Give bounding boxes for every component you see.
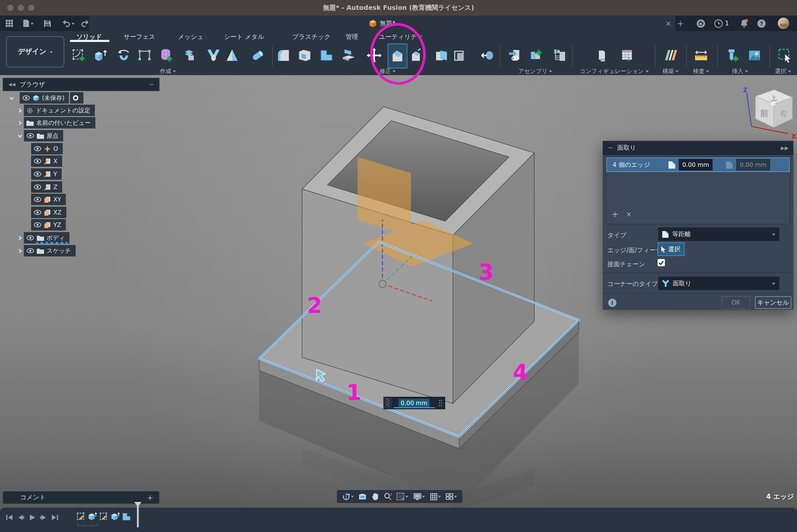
chevron-down-icon[interactable] xyxy=(7,96,16,100)
add-selection-icon[interactable]: + xyxy=(611,209,618,219)
tree-row-xz-plane[interactable]: XZ xyxy=(31,207,66,218)
fillet-icon[interactable] xyxy=(274,43,293,67)
eye-icon[interactable] xyxy=(26,133,34,138)
browser-collapse-icon[interactable]: ◀◀ xyxy=(8,82,16,87)
cone-icon[interactable] xyxy=(223,43,241,67)
form-icon[interactable] xyxy=(157,43,176,67)
eye-icon[interactable] xyxy=(34,146,41,151)
tree-row-xy-plane[interactable]: XY xyxy=(31,194,66,205)
distance1-input[interactable]: 0.00 mm xyxy=(679,159,712,170)
create-sketch-icon[interactable] xyxy=(70,43,88,67)
eye-icon[interactable] xyxy=(34,222,41,227)
timeline-step-back-button[interactable] xyxy=(16,513,25,521)
look-at-tool[interactable] xyxy=(359,493,367,500)
tab-mesh[interactable]: メッシュ xyxy=(178,32,203,41)
configuration-icon[interactable] xyxy=(594,43,613,67)
zoom-window-tool[interactable] xyxy=(397,493,409,500)
extrude-icon[interactable] xyxy=(91,43,110,67)
timeline-sketch2-feature[interactable] xyxy=(98,511,109,521)
select-tool-icon[interactable] xyxy=(776,43,794,67)
eye-icon[interactable] xyxy=(26,248,34,253)
tab-sheet-metal[interactable]: シート メタル xyxy=(224,32,264,41)
save-button[interactable] xyxy=(43,18,51,29)
pipe-icon[interactable] xyxy=(248,43,267,67)
eye-icon[interactable] xyxy=(34,185,41,190)
chevron-right-icon[interactable] xyxy=(16,120,24,125)
chamfer-dialog-header[interactable]: − 面取り ▶▶ xyxy=(603,141,793,155)
corner-type-dropdown[interactable]: 面取り xyxy=(657,276,780,291)
timeline-step-forward-button[interactable] xyxy=(39,513,48,521)
zoom-tool[interactable]: ± xyxy=(384,493,391,500)
group-insert[interactable]: 挿入 xyxy=(732,67,748,75)
dialog-collapse-icon[interactable]: − xyxy=(608,144,613,151)
group-modify[interactable]: 修正 xyxy=(379,67,396,75)
new-component-icon[interactable] xyxy=(527,43,546,67)
tree-row-bodies[interactable]: ボディ xyxy=(16,232,70,244)
profile-avatar[interactable] xyxy=(777,18,790,29)
tree-row-document[interactable]: (未保存) xyxy=(7,92,84,103)
group-construct[interactable]: 構築 xyxy=(663,67,679,75)
edge-set-row[interactable]: 4 個のエッジ 0.00 mm 0.00 mm xyxy=(606,157,790,172)
active-component-badge[interactable] xyxy=(70,92,84,103)
eye-icon[interactable] xyxy=(34,158,41,164)
press-pull-icon[interactable] xyxy=(478,43,497,67)
joint-hierarchy-icon[interactable] xyxy=(550,43,569,67)
edge-set-list[interactable]: 4 個のエッジ 0.00 mm 0.00 mm + × xyxy=(606,157,790,224)
tree-row-sketches[interactable]: スケッチ xyxy=(16,245,76,256)
app-menu-icon[interactable] xyxy=(5,18,14,29)
replace-face-icon[interactable] xyxy=(432,43,451,67)
chevron-right-icon[interactable] xyxy=(16,235,24,240)
split-face-icon[interactable] xyxy=(339,43,358,67)
tangent-chain-checkbox[interactable] xyxy=(657,259,665,266)
chevron-down-icon[interactable] xyxy=(16,133,24,138)
info-icon[interactable]: i xyxy=(608,298,617,307)
eye-icon[interactable] xyxy=(26,235,34,240)
document-tab[interactable]: 無題* xyxy=(89,16,675,31)
move-icon[interactable] xyxy=(365,43,384,67)
close-tab-icon[interactable]: × xyxy=(665,18,671,29)
chevron-right-icon[interactable] xyxy=(16,108,24,113)
notifications-icon[interactable] xyxy=(740,18,749,29)
browser-minimize-icon[interactable]: − xyxy=(149,81,154,88)
insert-fastener-icon[interactable] xyxy=(723,43,742,67)
timeline-play-button[interactable] xyxy=(27,513,37,521)
origin-point[interactable] xyxy=(379,280,386,287)
boolean-icon[interactable] xyxy=(181,43,200,67)
tab-surface[interactable]: サーフェス xyxy=(124,32,155,41)
floating-distance-input[interactable]: 0.00 mm xyxy=(384,397,445,409)
timeline-marker[interactable] xyxy=(134,501,142,530)
eye-icon[interactable] xyxy=(34,197,41,202)
input-options-icon[interactable] xyxy=(436,397,445,409)
group-create[interactable]: 作成 xyxy=(160,67,176,75)
chevron-right-icon[interactable] xyxy=(16,248,24,253)
rails-icon[interactable] xyxy=(135,43,154,67)
draft-icon[interactable] xyxy=(406,43,425,67)
timeline-combine-feature[interactable] xyxy=(121,511,132,521)
tree-row-origin-point[interactable]: O xyxy=(31,143,63,154)
grid-settings-tool[interactable] xyxy=(430,493,441,500)
insert-derive-icon[interactable] xyxy=(506,43,525,67)
loft-icon[interactable] xyxy=(204,43,223,67)
tree-row-document-settings[interactable]: ドキュメントの設定 xyxy=(16,104,95,116)
tree-row-yz-plane[interactable]: YZ xyxy=(31,219,66,230)
pan-tool[interactable] xyxy=(372,493,379,500)
tab-utilities[interactable]: ユーティリティ xyxy=(379,32,423,41)
tree-row-origin[interactable]: 原点 xyxy=(16,130,63,141)
dialog-dock-icon[interactable]: ▶▶ xyxy=(781,145,789,151)
shell-icon[interactable] xyxy=(295,43,314,67)
orbit-tool[interactable] xyxy=(342,493,354,500)
tree-row-z-axis[interactable]: Z xyxy=(31,181,62,193)
chamfer-icon[interactable] xyxy=(388,43,407,69)
tree-row-named-views[interactable]: 名前の付いたビュー xyxy=(16,117,95,129)
add-comment-icon[interactable]: + xyxy=(147,493,153,502)
file-menu-button[interactable] xyxy=(23,18,34,29)
group-inspect[interactable]: 検査 xyxy=(693,67,709,75)
configuration-table-icon[interactable] xyxy=(618,43,636,67)
extensions-icon[interactable] xyxy=(697,18,705,29)
eye-icon[interactable] xyxy=(34,210,41,215)
pattern-icon[interactable] xyxy=(451,43,469,67)
input-drag-handle[interactable] xyxy=(384,397,392,409)
timeline-go-to-end-button[interactable] xyxy=(50,513,60,521)
timeline-extrude2-feature[interactable] xyxy=(110,511,120,521)
distance-value-field[interactable]: 0.00 mm xyxy=(392,397,436,409)
